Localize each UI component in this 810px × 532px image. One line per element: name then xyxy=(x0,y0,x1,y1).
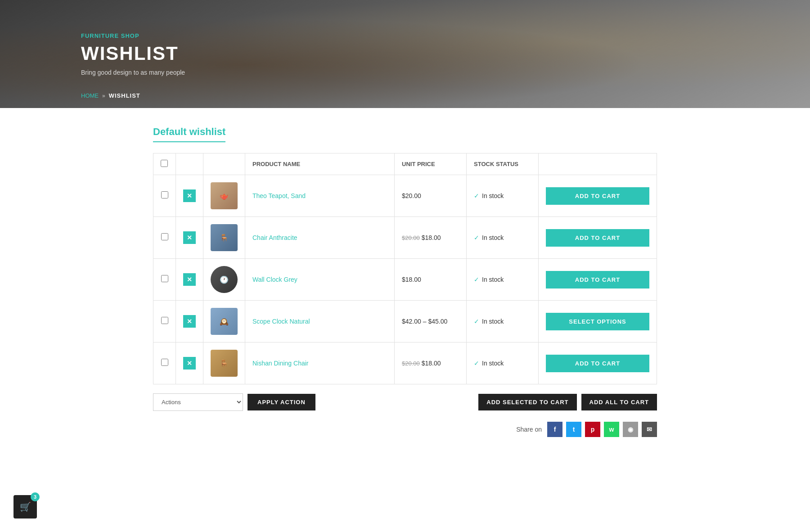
hero-content: FURNITURE SHOP WISHLIST Bring good desig… xyxy=(0,14,266,94)
stock-check-icon-3: ✓ xyxy=(474,318,479,325)
add-to-cart-button-4[interactable]: ADD TO CART xyxy=(546,355,649,372)
share-label: Share on xyxy=(516,426,542,433)
row-checkbox-3[interactable] xyxy=(161,317,168,324)
share-facebook-icon[interactable]: f xyxy=(547,422,562,437)
stock-status-1: ✓In stock xyxy=(474,234,531,241)
stock-label-1: In stock xyxy=(482,234,504,241)
header-unit-price: Unit Price xyxy=(395,153,467,175)
hero-subtitle: FURNITURE SHOP xyxy=(81,32,185,39)
breadcrumb-current: WISHLIST xyxy=(109,92,140,99)
stock-check-icon-1: ✓ xyxy=(474,234,479,241)
stock-label-3: In stock xyxy=(482,318,504,325)
product-price-sale-1: $18.00 xyxy=(422,234,441,241)
product-price-original-4: $20.00 xyxy=(402,360,420,367)
stock-status-0: ✓In stock xyxy=(474,192,531,199)
table-row: ✕🫖Theo Teapot, Sand$20.00✓In stockADD TO… xyxy=(153,175,657,217)
product-price-3: $42.00 – $45.00 xyxy=(402,318,447,325)
add-to-cart-button-0[interactable]: ADD TO CART xyxy=(546,187,649,205)
row-checkbox-0[interactable] xyxy=(161,191,168,198)
table-header-row: Product Name Unit Price Stock Status xyxy=(153,153,657,175)
breadcrumb-separator: » xyxy=(102,93,105,99)
product-price-sale-4: $18.00 xyxy=(422,360,441,367)
add-to-cart-button-2[interactable]: ADD TO CART xyxy=(546,271,649,289)
actions-dropdown[interactable]: Actions Remove selected Mark as private … xyxy=(153,393,243,411)
share-whatsapp-icon[interactable]: w xyxy=(604,422,619,437)
breadcrumb-home-link[interactable]: HOME xyxy=(81,92,99,99)
breadcrumb: HOME » WISHLIST xyxy=(81,92,140,99)
hero-title: WISHLIST xyxy=(81,43,185,64)
stock-label-4: In stock xyxy=(482,360,504,367)
stock-check-icon-2: ✓ xyxy=(474,276,479,283)
right-actions: ADD SELECTED TO CART ADD ALL TO CART xyxy=(478,394,657,410)
share-pinterest-icon[interactable]: p xyxy=(585,422,600,437)
share-extra-icon[interactable]: ◉ xyxy=(623,422,638,437)
remove-item-button-1[interactable]: ✕ xyxy=(183,231,196,244)
product-link-4[interactable]: Nishan Dining Chair xyxy=(252,360,309,367)
left-actions: Actions Remove selected Mark as private … xyxy=(153,393,315,411)
product-link-0[interactable]: Theo Teapot, Sand xyxy=(252,192,306,199)
remove-item-button-4[interactable]: ✕ xyxy=(183,357,196,370)
header-product-name: Product Name xyxy=(245,153,395,175)
bottom-actions: Actions Remove selected Mark as private … xyxy=(153,393,657,411)
table-row: ✕🕐Wall Clock Grey$18.00✓In stockADD TO C… xyxy=(153,259,657,301)
row-checkbox-1[interactable] xyxy=(161,233,168,240)
product-image-3: 🕰️ xyxy=(211,308,238,335)
table-row: ✕🪑Nishan Dining Chair$20.00$18.00✓In sto… xyxy=(153,343,657,384)
stock-status-2: ✓In stock xyxy=(474,276,531,283)
product-image-2: 🕐 xyxy=(211,266,238,293)
row-checkbox-4[interactable] xyxy=(161,359,168,366)
stock-label-0: In stock xyxy=(482,192,504,199)
product-image-1: 🪑 xyxy=(211,224,238,251)
hero-section: FURNITURE SHOP WISHLIST Bring good desig… xyxy=(0,0,810,108)
remove-item-button-0[interactable]: ✕ xyxy=(183,189,196,202)
header-remove-col xyxy=(176,153,203,175)
main-content: Default wishlist Product Name Unit Price… xyxy=(144,108,666,464)
product-image-0: 🫖 xyxy=(211,182,238,209)
remove-item-button-3[interactable]: ✕ xyxy=(183,315,196,328)
stock-status-4: ✓In stock xyxy=(474,360,531,367)
remove-item-button-2[interactable]: ✕ xyxy=(183,273,196,286)
wishlist-table: Product Name Unit Price Stock Status ✕🫖T… xyxy=(153,153,657,384)
product-link-2[interactable]: Wall Clock Grey xyxy=(252,276,297,283)
add-all-to-cart-button[interactable]: ADD ALL TO CART xyxy=(581,394,657,410)
product-link-1[interactable]: Chair Anthracite xyxy=(252,234,297,241)
stock-status-3: ✓In stock xyxy=(474,318,531,325)
share-row: Share on f t p w ◉ ✉ xyxy=(153,422,657,437)
row-checkbox-2[interactable] xyxy=(161,275,168,282)
share-twitter-icon[interactable]: t xyxy=(566,422,581,437)
stock-check-icon-0: ✓ xyxy=(474,192,479,199)
product-price-0: $20.00 xyxy=(402,192,421,199)
product-image-4: 🪑 xyxy=(211,350,238,377)
add-selected-to-cart-button[interactable]: ADD SELECTED TO CART xyxy=(478,394,576,410)
product-price-2: $18.00 xyxy=(402,276,421,283)
product-price-original-1: $20.00 xyxy=(402,234,420,241)
add-to-cart-button-1[interactable]: ADD TO CART xyxy=(546,229,649,247)
select-all-checkbox[interactable] xyxy=(161,160,168,167)
share-email-icon[interactable]: ✉ xyxy=(642,422,657,437)
table-row: ✕🕰️Scope Clock Natural$42.00 – $45.00✓In… xyxy=(153,301,657,343)
hero-description: Bring good design to as many people xyxy=(81,69,185,76)
stock-label-2: In stock xyxy=(482,276,504,283)
header-stock-status: Stock Status xyxy=(467,153,539,175)
table-row: ✕🪑Chair Anthracite$20.00$18.00✓In stockA… xyxy=(153,217,657,259)
header-action-col xyxy=(539,153,657,175)
apply-action-button[interactable]: APPLY ACTION xyxy=(248,394,315,410)
header-checkbox-col xyxy=(153,153,176,175)
product-link-3[interactable]: Scope Clock Natural xyxy=(252,318,310,325)
header-img-col xyxy=(203,153,245,175)
select-options-button-3[interactable]: SELECT OPTIONS xyxy=(546,313,649,330)
stock-check-icon-4: ✓ xyxy=(474,360,479,367)
wishlist-title: Default wishlist xyxy=(153,126,225,142)
